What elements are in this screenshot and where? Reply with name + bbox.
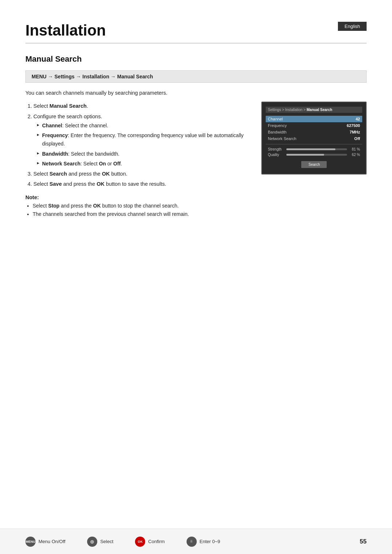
tv-row-channel-label: Channel [268,117,283,121]
menu-arrow-1: → [46,74,54,79]
menu-icon-label: MENU [26,540,36,543]
select-icon: ⊕ [87,537,97,547]
note-item-1: Select Stop and press the OK button to s… [33,202,250,210]
tv-screen-header-bold: Manual Search [307,108,332,112]
menu-arrow-3: → [109,74,117,79]
footer-select-label: Select [100,539,113,544]
sub-frequency: Frequency: Enter the frequency. The corr… [37,131,250,148]
instructions-column: Select Manual Search. Configure the sear… [25,102,250,218]
sub-channel: Channel: Select the channel. [37,122,250,130]
steps-list: Select Manual Search. Configure the sear… [25,102,250,189]
menu-path-installation: Installation [82,74,109,79]
note-title: Note: [25,194,250,200]
menu-path-menu: MENU [32,74,46,79]
tv-row-channel: Channel 42 [266,116,362,122]
page-header: Installation English [0,0,392,44]
tv-row-bandwidth-value: 7MHz [350,130,360,134]
intro-text: You can search channels manually by sear… [25,90,367,96]
tv-signal-quality-bar [286,154,347,156]
header-divider [25,43,367,44]
footer-confirm-label: Confirm [148,539,165,544]
tv-divider [266,144,362,144]
tv-signal-quality: Quality 62 % [266,152,362,157]
tv-signal-strength-label: Strength [268,147,284,151]
note-item-2: The channels searched from the previous … [33,210,250,218]
step-3-bold-search: Search [49,171,67,177]
menu-icon: MENU [25,537,36,547]
tv-row-frequency-value: 627500 [347,123,360,128]
select-icon-symbol: ⊕ [90,539,94,545]
language-badge: English [338,22,367,31]
tv-screen: Settings > Installation > Manual Search … [261,102,367,175]
ok-icon-label: OK [138,540,143,543]
step-3-bold-ok: OK [102,171,110,177]
tv-signal-strength-pct: 81 % [349,147,360,151]
tv-screen-header: Settings > Installation > Manual Search [266,107,362,113]
footer-menu-label: Menu On/Off [38,539,65,544]
footer-item-enter: ⠿ Enter 0~9 [187,537,220,547]
tv-row-frequency-label: Frequency [268,123,287,128]
step-1: Select Manual Search. [33,102,250,111]
footer-item-confirm: OK Confirm [135,537,165,547]
num-icon: ⠿ [187,537,197,547]
tv-row-network-search-value: Off [354,136,360,141]
tv-signal-strength: Strength 81 % [266,147,362,152]
step-4-bold-save: Save [49,181,62,187]
page-content: Manual Search MENU → Settings → Installa… [0,44,392,218]
tv-row-frequency: Frequency 627500 [266,122,362,129]
tv-signal-quality-pct: 62 % [349,153,360,157]
footer-item-select: ⊕ Select [87,537,113,547]
num-icon-dots: ⠿ [190,540,193,543]
page-number: 55 [360,538,367,545]
menu-path-settings: Settings [54,74,74,79]
tv-row-channel-value: 42 [356,117,360,121]
tv-signal-strength-fill [286,148,335,150]
two-column-layout: Select Manual Search. Configure the sear… [25,102,367,218]
step-2: Configure the search options. Channel: S… [33,112,250,168]
tv-signal-strength-bar [286,148,347,150]
tv-search-button: Search [301,161,327,168]
step-3: Select Search and press the OK button. [33,169,250,178]
step-2-sublist: Channel: Select the channel. Frequency: … [33,122,250,168]
sub-bandwidth: Bandwidth: Select the bandwidth. [37,150,250,158]
footer-item-menu: MENU Menu On/Off [25,537,65,547]
menu-path-box: MENU → Settings → Installation → Manual … [25,70,367,83]
tv-signal-quality-fill [286,154,324,156]
tv-row-bandwidth: Bandwidth 7MHz [266,129,362,135]
page-title: Installation [25,22,367,39]
tv-row-network-search: Network Search Off [266,135,362,142]
ok-icon: OK [135,537,145,547]
note-list: Select Stop and press the OK button to s… [25,202,250,218]
step-1-bold: Manual Search [49,103,86,109]
tv-signal-quality-label: Quality [268,153,284,157]
step-4-bold-ok: OK [97,181,105,187]
page-footer: MENU Menu On/Off ⊕ Select OK Confirm ⠿ E… [0,529,392,554]
step-4: Select Save and press the OK button to s… [33,180,250,189]
menu-path-manual-search: Manual Search [117,74,153,79]
menu-arrow-2: → [74,74,82,79]
tv-row-bandwidth-label: Bandwidth [268,130,286,134]
section-title: Manual Search [25,54,367,64]
note-section: Note: Select Stop and press the OK butto… [25,194,250,218]
sub-network-search: Network Search: Select On or Off. [37,160,250,168]
tv-row-network-search-label: Network Search [268,136,296,141]
footer-enter-label: Enter 0~9 [200,539,220,544]
tv-screen-column: Settings > Installation > Manual Search … [261,102,367,218]
